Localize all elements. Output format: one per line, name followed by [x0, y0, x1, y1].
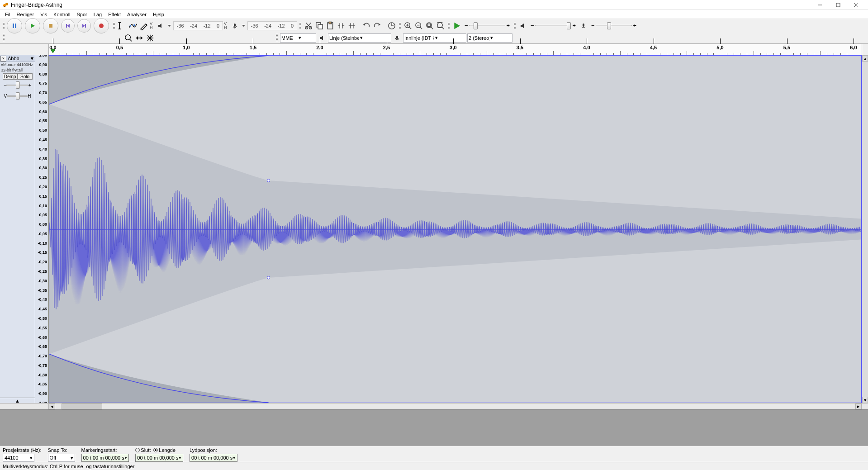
toolbar-grip[interactable] — [299, 22, 301, 30]
toolbar-grip[interactable] — [3, 22, 5, 30]
svg-point-71 — [267, 179, 270, 182]
toolbar-grip[interactable] — [448, 22, 450, 30]
record-button[interactable] — [94, 18, 109, 33]
timeline-ruler[interactable]: 0,00,51,01,52,02,53,03,54,04,55,05,56,0 — [0, 44, 868, 55]
scroll-left-icon[interactable]: ◂ — [49, 404, 55, 409]
mute-button[interactable]: Demp — [3, 73, 18, 80]
record-mic-icon[interactable] — [230, 21, 240, 31]
stop-button[interactable] — [43, 18, 58, 33]
svg-marker-37 — [363, 23, 365, 26]
silence-icon[interactable] — [347, 21, 357, 31]
close-button[interactable] — [847, 0, 865, 10]
playback-speaker-icon[interactable] — [156, 21, 166, 31]
maximize-button[interactable] — [829, 0, 847, 10]
zoom-fit-sel-icon[interactable] — [425, 21, 435, 31]
track-collapse-button[interactable]: ▲ — [0, 398, 35, 403]
zoom-fit-project-icon[interactable] — [436, 21, 446, 31]
input-volume-slider[interactable]: − + — [591, 23, 636, 28]
recording-meter[interactable]: -36-24-120 — [247, 21, 297, 30]
menu-bar: Fil Rediger Vis Kontroll Spor Lag Effekt… — [0, 10, 868, 19]
input-device-select[interactable]: Innlinje (IDT High Definition A▾ — [403, 33, 466, 43]
track-name[interactable]: Abbb — [7, 56, 29, 61]
undo-icon[interactable] — [361, 21, 371, 31]
end-radio[interactable]: Slutt — [135, 447, 151, 453]
scroll-up-icon[interactable]: ▴ — [862, 55, 868, 62]
svg-line-50 — [431, 27, 433, 28]
svg-rect-23 — [234, 24, 236, 27]
minimize-button[interactable] — [811, 0, 829, 10]
toolbar-grip[interactable] — [399, 22, 401, 30]
envelope-tool-icon[interactable] — [128, 21, 138, 31]
track-gain-slider[interactable]: −+ — [4, 82, 31, 88]
zoom-in-icon[interactable] — [403, 21, 413, 31]
output-device-select[interactable]: Linje (Steinberg UR22)▾ — [328, 33, 391, 43]
meter-caret-icon — [167, 23, 172, 28]
draw-tool-icon[interactable] — [139, 21, 149, 31]
svg-rect-4 — [836, 3, 840, 7]
svg-point-49 — [427, 22, 432, 27]
scroll-down-icon[interactable]: ▾ — [862, 397, 868, 403]
toolbar-grip[interactable] — [514, 22, 516, 30]
track-pan-slider[interactable]: VH — [4, 93, 31, 99]
selection-start-field[interactable]: 00 t 00 m 00,000 s▾ — [81, 454, 129, 462]
sync-lock-icon[interactable] — [387, 21, 397, 31]
playback-speed-slider[interactable]: − + — [465, 23, 510, 28]
project-rate-select[interactable]: 44100▾ — [3, 454, 34, 462]
track-menu-caret-icon[interactable]: ▼ — [29, 56, 35, 61]
horizontal-scrollbar[interactable]: ◂ ▸ — [0, 403, 868, 409]
cut-icon[interactable] — [304, 21, 313, 31]
play-at-speed-icon[interactable] — [452, 21, 462, 31]
menu-fil[interactable]: Fil — [2, 11, 14, 18]
multi-tool-icon[interactable] — [145, 33, 155, 43]
skip-start-button[interactable] — [61, 19, 75, 33]
status-bar: Multiverktøysmodus: Ctrl-P for muse- og … — [0, 462, 868, 470]
redo-icon[interactable] — [372, 21, 382, 31]
copy-icon[interactable] — [314, 21, 324, 31]
svg-point-15 — [99, 24, 104, 28]
length-radio[interactable]: Lengde — [153, 447, 175, 453]
vertical-scrollbar[interactable]: ▴ ▾ — [862, 55, 868, 403]
track-close-button[interactable]: × — [0, 56, 6, 62]
trim-icon[interactable] — [336, 21, 346, 31]
svg-rect-58 — [583, 24, 584, 27]
timeshift-tool-icon[interactable] — [134, 33, 144, 43]
toolbar-grip[interactable] — [3, 34, 5, 42]
toolbar-grip[interactable] — [113, 22, 115, 30]
scroll-right-icon[interactable]: ▸ — [855, 404, 862, 409]
menu-spor[interactable]: Spor — [74, 11, 90, 18]
playback-meter[interactable]: -36-24-120 — [173, 21, 223, 30]
waveform-canvas[interactable] — [49, 55, 862, 403]
menu-analyser[interactable]: Analyser — [124, 11, 150, 18]
selection-length-field[interactable]: 00 t 00 m 00,000 s▾ — [135, 454, 183, 462]
svg-marker-68 — [320, 36, 323, 40]
selection-tool-icon[interactable] — [117, 21, 127, 31]
svg-rect-2 — [4, 6, 5, 7]
toolbar-grip[interactable] — [276, 34, 278, 42]
menu-effekt[interactable]: Effekt — [105, 11, 124, 18]
svg-rect-33 — [329, 22, 332, 24]
output-volume-slider[interactable]: − + — [531, 23, 576, 28]
empty-track-area[interactable] — [0, 409, 868, 446]
window-title: Finger-Bridge-Astring — [11, 2, 811, 8]
snap-select[interactable]: Off▾ — [48, 454, 75, 462]
menu-hjelp[interactable]: Hjelp — [150, 11, 167, 18]
channels-select[interactable]: 2 (Stereo) Record▾ — [467, 33, 512, 43]
zoom-out-icon[interactable] — [414, 21, 424, 31]
svg-rect-31 — [318, 24, 323, 29]
solo-button[interactable]: Solo — [18, 73, 33, 80]
svg-line-60 — [130, 39, 132, 41]
paste-icon[interactable] — [325, 21, 335, 31]
menu-kontroll[interactable]: Kontroll — [50, 11, 73, 18]
menu-vis[interactable]: Vis — [37, 11, 50, 18]
audio-host-select[interactable]: MME▾ — [280, 33, 316, 43]
audio-position-field[interactable]: 00 t 00 m 00,000 s▾ — [190, 454, 237, 462]
svg-rect-69 — [396, 36, 398, 39]
zoom-tool-icon[interactable] — [123, 33, 133, 43]
skip-end-button[interactable] — [77, 19, 91, 33]
menu-lag[interactable]: Lag — [90, 11, 105, 18]
svg-marker-13 — [82, 24, 85, 28]
play-button[interactable] — [25, 18, 40, 33]
pause-button[interactable] — [7, 18, 22, 33]
menu-rediger[interactable]: Rediger — [14, 11, 38, 18]
track-header[interactable]: × Abbb ▼ «Mono» 44100Hz 32-bit flyttall … — [0, 55, 35, 403]
